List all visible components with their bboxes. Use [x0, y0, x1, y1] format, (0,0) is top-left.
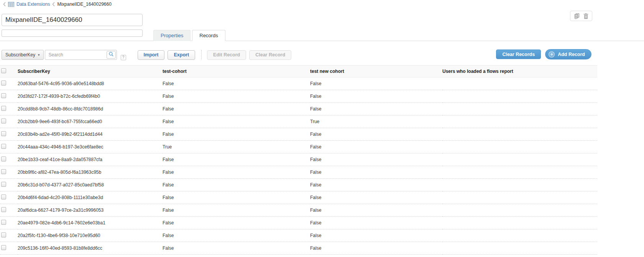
test-new-cohort-cell: False [310, 166, 442, 179]
tab-bar: Properties Records [153, 30, 225, 41]
table-row: 209c5136-16f0-40ed-8593-81b8fe8dd6cc Fal… [0, 242, 597, 255]
subscriber-key-cell: 20bb9f6c-af82-47ea-805d-f6a13963c95b [18, 166, 163, 179]
edit-record-button[interactable]: Edit Record [207, 50, 246, 60]
test-cohort-cell: False [163, 242, 310, 255]
import-button[interactable]: Import [138, 50, 165, 60]
flows-report-cell [442, 217, 597, 229]
clear-record-button[interactable]: Clear Record [249, 50, 291, 60]
test-cohort-cell: False [163, 128, 310, 141]
flows-report-cell [442, 115, 597, 128]
test-new-cohort-cell: False [310, 191, 442, 204]
row-checkbox-cell [0, 242, 18, 255]
test-cohort-cell: False [163, 217, 310, 229]
row-checkbox[interactable] [1, 81, 6, 86]
row-checkbox[interactable] [1, 106, 6, 111]
column-header-flows-report: Users who loaded a flows report [442, 66, 597, 77]
row-checkbox-cell [0, 217, 18, 229]
subscriber-key-cell: 20d3fd27-172f-4939-b72c-6cfedb69f4b0 [18, 90, 163, 103]
flows-report-cell [442, 90, 597, 103]
data-extension-table-icon [8, 2, 14, 7]
row-checkbox[interactable] [1, 194, 6, 199]
row-checkbox-cell [0, 115, 18, 128]
flows-report-cell [442, 141, 597, 153]
table-row: 20af6dca-6627-4179-97ce-2a31c9996053 Fal… [0, 204, 597, 217]
breadcrumb: Data Extensions MixpanelIDE_1640029660 [0, 0, 644, 7]
flows-report-cell [442, 204, 597, 217]
row-checkbox-cell [0, 141, 18, 153]
row-checkbox[interactable] [1, 220, 6, 225]
chevron-down-icon: ▾ [38, 53, 40, 57]
copy-icon[interactable] [574, 13, 580, 19]
records-table: SubscriberKey test-cohort test new cohor… [0, 65, 597, 255]
records-table-body: 20d63baf-5476-4c95-9036-a90e5148bdd8 Fal… [0, 77, 597, 255]
row-checkbox[interactable] [1, 144, 6, 149]
row-checkbox[interactable] [1, 119, 6, 124]
flows-report-cell [442, 179, 597, 191]
export-button[interactable]: Export [168, 50, 195, 60]
test-new-cohort-cell: False [310, 77, 442, 90]
flows-report-cell [442, 103, 597, 115]
row-checkbox-cell [0, 103, 18, 115]
row-checkbox[interactable] [1, 245, 6, 250]
subscriber-key-cell: 20be1b33-ceaf-41ce-8aa9-2da057887cfa [18, 153, 163, 166]
subscriber-key-cell: 20d63baf-5476-4c95-9036-a90e5148bdd8 [18, 77, 163, 90]
row-checkbox[interactable] [1, 131, 6, 136]
add-record-button[interactable]: + Add Record [545, 49, 591, 59]
select-all-cell [0, 66, 18, 77]
data-extension-records-page: Data Extensions MixpanelIDE_1640029660 [0, 0, 644, 255]
row-checkbox[interactable] [1, 232, 6, 237]
test-cohort-cell: False [163, 179, 310, 191]
search-button[interactable] [107, 51, 116, 59]
tab-records[interactable]: Records [192, 30, 225, 41]
row-checkbox-cell [0, 204, 18, 217]
breadcrumb-link-data-extensions[interactable]: Data Extensions [16, 2, 50, 7]
search-input[interactable] [45, 50, 117, 60]
row-checkbox-cell [0, 153, 18, 166]
trash-icon[interactable] [583, 13, 588, 19]
records-table-header: SubscriberKey test-cohort test new cohor… [0, 66, 597, 77]
test-cohort-cell: False [163, 153, 310, 166]
test-cohort-cell: False [163, 115, 310, 128]
table-row: 20ae4979-082e-4db6-9c14-7602e6e03ba1 Fal… [0, 217, 597, 229]
row-checkbox[interactable] [1, 157, 6, 161]
table-row: 20d63baf-5476-4c95-9036-a90e5148bdd8 Fal… [0, 77, 597, 90]
flows-report-cell [442, 128, 597, 141]
tab-properties[interactable]: Properties [153, 30, 191, 41]
column-header-test-new-cohort: test new cohort [310, 66, 442, 77]
test-cohort-cell: False [163, 90, 310, 103]
table-row: 20be1b33-ceaf-41ce-8aa9-2da057887cfa Fal… [0, 153, 597, 166]
flows-report-cell [442, 77, 597, 90]
row-checkbox-cell [0, 179, 18, 191]
data-extension-description-input[interactable] [2, 30, 143, 37]
table-row: 20cdd8b8-9cb7-48db-86cc-8fdc7018986d Fal… [0, 103, 597, 115]
subscriber-key-cell: 20b6c31d-b07d-4377-a027-85c0aed7bf58 [18, 179, 163, 191]
test-cohort-cell: False [163, 229, 310, 242]
table-row: 20d3fd27-172f-4939-b72c-6cfedb69f4b0 Fal… [0, 90, 597, 103]
select-all-checkbox[interactable] [1, 68, 6, 73]
search-field-dropdown[interactable]: SubscriberKey ▾ [2, 50, 44, 60]
page-header: Properties Records [0, 7, 644, 41]
row-checkbox-cell [0, 90, 18, 103]
data-extension-name-input[interactable] [2, 14, 143, 26]
flows-report-cell [442, 166, 597, 179]
clear-records-button[interactable]: Clear Records [496, 49, 541, 59]
subscriber-key-cell: 20cb2bb9-9ee6-493f-bc67-755fcca66ed0 [18, 115, 163, 128]
column-header-subscriberkey: SubscriberKey [18, 66, 163, 77]
table-row: 20cb2bb9-9ee6-493f-bc67-755fcca66ed0 Fal… [0, 115, 597, 128]
help-icon[interactable]: ? [121, 55, 126, 60]
breadcrumb-current-item: MixpanelIDE_1640029660 [57, 2, 111, 7]
subscriber-key-cell: 20a2f5fc-f130-4be6-9f38-10e710e95d60 [18, 229, 163, 242]
row-checkbox-cell [0, 166, 18, 179]
row-checkbox[interactable] [1, 207, 6, 212]
row-checkbox-cell [0, 128, 18, 141]
row-checkbox[interactable] [1, 169, 6, 174]
row-checkbox[interactable] [1, 182, 6, 187]
row-checkbox[interactable] [1, 93, 6, 98]
back-chevron-icon[interactable] [3, 2, 6, 7]
flows-report-cell [442, 153, 597, 166]
flows-report-cell [442, 191, 597, 204]
table-row: 20c83b4b-ad2e-45f0-89b2-6f2114dd1d44 Fal… [0, 128, 597, 141]
test-cohort-cell: False [163, 191, 310, 204]
subscriber-key-cell: 20af6dca-6627-4179-97ce-2a31c9996053 [18, 204, 163, 217]
records-toolbar: SubscriberKey ▾ ? Import Export Edit Rec… [0, 49, 644, 61]
